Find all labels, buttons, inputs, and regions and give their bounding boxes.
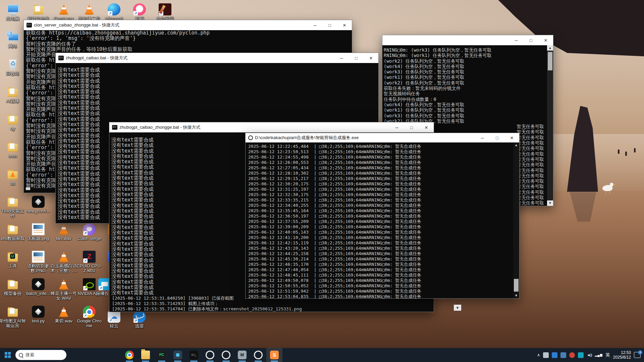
desktop-icon-new_confi...[interactable]: new_confi... — [25, 196, 52, 214]
w5-scroll-up-arrow[interactable]: ▲ — [547, 45, 553, 51]
desktop-icon-Clash Verge[interactable]: ↗Clash Verge — [76, 223, 103, 241]
taskbar-app-ring[interactable] — [218, 348, 234, 362]
w2-titlebar[interactable]: zhubogpt_caibao.bat - 快捷方式 ─ □ ✕ — [56, 53, 378, 63]
desktop-icon-回收站[interactable]: 回收站 — [0, 58, 26, 76]
desktop-icon-AI直播[interactable]: AI直播 — [0, 86, 26, 104]
desktop-icon-mcn[interactable]: mcn — [0, 141, 26, 159]
teal-app-icon[interactable] — [578, 352, 584, 358]
w1-titlebar[interactable]: clon_server_caibao_zhongge.bat - 快捷方式 ─ … — [24, 20, 352, 30]
bluetooth-icon[interactable] — [560, 352, 566, 358]
desktop-icon-label: Ttuid安装文件 — [0, 209, 26, 218]
hscrollbar-right-arrow[interactable]: ▼ — [454, 305, 461, 311]
desktop-icon-xhs数据获取[interactable]: xhs数据获取 — [0, 223, 26, 241]
desktop-icon-test.py[interactable]: test.py — [25, 306, 52, 323]
w5-close-button[interactable]: ✕ — [538, 35, 553, 45]
w5-log-line: 获取任务失败：暂无未转码的分镜文件 — [382, 85, 553, 91]
desktop-icon-永劫无间[interactable]: ↗永劫无间 — [152, 3, 178, 21]
app-blue-icon[interactable] — [552, 352, 557, 358]
display-icon[interactable] — [543, 352, 549, 358]
taskbar-app-obs[interactable] — [202, 348, 218, 362]
taskbar-app-cmd[interactable]: C:\_ — [186, 348, 202, 362]
w2-minimize-button[interactable]: ─ — [334, 53, 349, 63]
taskbar-app-ring2[interactable] — [250, 348, 266, 362]
red-app-icon[interactable] — [569, 352, 575, 358]
w2-maximize-button[interactable]: □ — [349, 53, 364, 63]
notification-icon[interactable]: 4 — [634, 352, 641, 358]
w5-minimize-button[interactable]: ─ — [509, 35, 524, 45]
w4-close-button[interactable]: ✕ — [504, 133, 519, 142]
w4-minimize-button[interactable]: ─ — [475, 133, 490, 142]
w1-text-cursor — [26, 187, 30, 190]
desktop-icon-CPUID CPU-Z MSI[interactable]: ↗CPUID CPU-Z MSI — [76, 251, 103, 273]
w5-log-line: (work2) 任务队列为空，暂无任务可取 — [382, 58, 553, 64]
taskbar-app-chrome[interactable] — [121, 348, 138, 362]
desktop-icon-batch_infe...[interactable]: batch_infe... — [25, 278, 52, 296]
w4-scroll-down-arrow[interactable]: ▼ — [513, 293, 519, 298]
desktop-icon-迅雷[interactable]: ↗迅雷 — [126, 311, 153, 328]
desktop-icon-果切.wav[interactable]: 果切.wav — [50, 306, 77, 323]
desktop-icon-白玉高感白话术（完整）....[interactable]: 白玉高感白话术（完整）.... — [50, 251, 77, 273]
desktop-icon-tts[interactable]: tts — [0, 168, 26, 186]
desktop-icon-Google Chrome[interactable]: ↗Google Chrome — [76, 306, 103, 328]
w1-close-button[interactable]: ✕ — [337, 20, 352, 30]
desktop-icon-此电脑[interactable]: 此电脑 — [0, 3, 26, 21]
w4-warning-line: 2025-06-12 12:24:55,498 | □38;2;255;169;… — [246, 155, 519, 160]
taskbar-app-explorer[interactable] — [138, 348, 154, 362]
desktop-icon-轻云[interactable]: ↗轻云 — [101, 311, 127, 328]
w4-scroll-thumb[interactable] — [514, 279, 519, 292]
desktop-icon-tws.wav[interactable]: tws.wav — [50, 223, 77, 241]
desktop-icon-网络[interactable]: 网络 — [0, 31, 26, 49]
running-indicator — [158, 361, 165, 362]
taskbar-app-ime[interactable]: M — [234, 348, 250, 362]
desktop-icon-无标题.png[interactable]: 无标题.png — [25, 223, 52, 241]
w5-titlebar[interactable]: ─ □ ✕ — [382, 35, 553, 45]
taskbar-clock[interactable]: 12:53 2025/6/12 — [613, 350, 631, 360]
taskbar-app-app-dark[interactable] — [170, 348, 186, 362]
w5-scroll-down-arrow[interactable]: ▼ — [547, 200, 553, 206]
desktop-icon-工具[interactable]: U工具 — [0, 251, 26, 268]
w4-warning-line: 2025-06-12 12:48:45,111 | □38;2;255;169;… — [246, 273, 519, 278]
desktop-icon-影刀[interactable]: ↗影刀 — [126, 3, 153, 21]
desktop-icon-男主播二号[interactable]: 男主播二号 — [76, 3, 103, 21]
taskbar-search[interactable]: 搜索 — [15, 350, 66, 360]
w4-maximize-button[interactable]: □ — [490, 133, 504, 142]
desktop-icon-蜂花主播一号女.WAV[interactable]: 蜂花主播一号女.WAV — [50, 278, 77, 301]
desktop-icon-label: 蜂花主播一号女.WAV — [50, 291, 77, 301]
w5-scroll-thumb[interactable] — [548, 52, 552, 70]
start-button[interactable] — [0, 348, 15, 362]
w5-log-line: (work4) 任务队列为空，暂无任务可取 — [382, 102, 553, 107]
w5-maximize-button[interactable]: □ — [524, 35, 538, 45]
w2-log-line: 没有text需要合成 — [56, 83, 378, 89]
network-icon[interactable]: ▂▄▆ — [595, 353, 602, 357]
desktop-icon-Ttuid安装文件[interactable]: Ttuid安装文件 — [0, 196, 26, 218]
taskbar-app-s-app[interactable]: S — [266, 348, 282, 362]
obs-icon — [206, 351, 214, 359]
desktop-icon-dy[interactable]: dy — [0, 113, 26, 131]
tray-chevron-up-icon[interactable]: ∧ — [537, 353, 540, 357]
volume-icon[interactable]: ◄)) — [587, 353, 592, 357]
w4-warning-line: 2025-06-12 12:43:20,143 | □38;2;255;169;… — [246, 246, 519, 251]
notification-badge: 4 — [638, 350, 642, 355]
w4-scrollbar[interactable]: ▲ ▼ — [513, 142, 519, 298]
xunlei-icon: ↗ — [133, 311, 146, 323]
w5-scrollbar[interactable]: ▲ ▼ — [547, 45, 553, 206]
w4-warning-line: 2025-06-12 12:27:05,434 | □38;2;255;169;… — [246, 165, 519, 171]
desktop-icon-Carol.wav[interactable]: Carol.wav — [50, 3, 77, 21]
w3-close-button[interactable]: ✕ — [419, 122, 434, 132]
taskbar-app-pycharm[interactable]: PC — [154, 348, 170, 362]
desktop-icon-新建文件夹[interactable]: 新建文件夹 — [25, 3, 52, 21]
desktop-icon-听悟图文AI智能运营[interactable]: 听悟图文AI智能运营 — [0, 306, 26, 328]
cmd-icon — [58, 56, 64, 60]
desktop-icon-模型备份[interactable]: 模型备份 — [0, 278, 26, 296]
w1-minimize-button[interactable]: ─ — [308, 20, 322, 30]
w2-close-button[interactable]: ✕ — [364, 53, 378, 63]
w4-scroll-up-arrow[interactable]: ▲ — [513, 142, 519, 148]
w3-titlebar[interactable]: zhubogpt_caibao_zhongge.bat - 快捷方式 ─ □ ✕ — [109, 122, 434, 132]
desktop-icon-语料切割参数.PNG[interactable]: 语料切割参数.PNG — [25, 251, 52, 273]
w4-titlebar[interactable]: D:\code\kakachupian\合成服务\智能剪辑合成服务.exe ─ … — [246, 133, 519, 142]
language-indicator[interactable]: 英 — [606, 352, 610, 358]
w3-maximize-button[interactable]: □ — [404, 122, 419, 132]
w3-minimize-button[interactable]: ─ — [389, 122, 404, 132]
desktop-icon-Microsoft[interactable]: ↗Microsoft — [101, 3, 127, 21]
w1-maximize-button[interactable]: □ — [322, 20, 337, 30]
